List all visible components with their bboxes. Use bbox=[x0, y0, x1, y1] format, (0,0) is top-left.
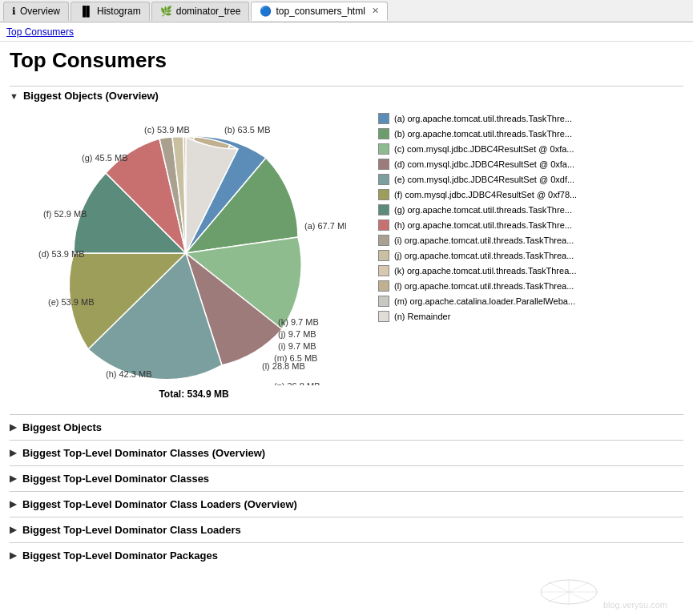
legend-color-g bbox=[378, 204, 389, 215]
legend-text-k: (k) org.apache.tomcat.util.threads.TaskT… bbox=[394, 266, 576, 276]
biggest-objects-arrow-icon: ▶ bbox=[10, 422, 16, 433]
pie-chart-svg: (b) 63.5 MB (c) 53.9 MB (a) 67.7 MB (e) … bbox=[26, 113, 346, 385]
main-content: Top Consumers ▼ Biggest Objects (Overvie… bbox=[0, 42, 693, 616]
label-c: (c) 53.9 MB bbox=[144, 125, 190, 135]
breadcrumb-link[interactable]: Top Consumers bbox=[6, 26, 74, 38]
label-h: (h) 42.3 MB bbox=[106, 369, 151, 379]
legend-text-g: (g) org.apache.tomcat.util.threads.TaskT… bbox=[394, 205, 572, 215]
legend-color-l bbox=[378, 280, 389, 292]
legend-text-d: (d) com.mysql.jdbc.JDBC4ResultSet @ 0xfa… bbox=[394, 159, 574, 169]
tab-histogram[interactable]: ▐▌ Histogram bbox=[71, 2, 150, 21]
label-a: (a) 67.7 MB bbox=[304, 221, 346, 231]
legend-item-b: (b) org.apache.tomcat.util.threads.TaskT… bbox=[378, 128, 683, 139]
legend-text-i: (i) org.apache.tomcat.util.threads.TaskT… bbox=[394, 236, 574, 245]
legend-item-a: (a) org.apache.tomcat.util.threads.TaskT… bbox=[378, 113, 683, 124]
biggest-top-level-dominator-packages-header[interactable]: ▶ Biggest Top-Level Dominator Packages bbox=[10, 547, 683, 564]
tab-dominator-tree[interactable]: 🌿 dominator_tree bbox=[151, 2, 250, 21]
biggest-top-level-dominator-packages-section: ▶ Biggest Top-Level Dominator Packages bbox=[10, 542, 683, 568]
biggest-top-level-dominator-class-loaders-overview-header[interactable]: ▶ Biggest Top-Level Dominator Class Load… bbox=[10, 496, 683, 513]
top-consumers-icon: 🔵 bbox=[260, 6, 272, 17]
legend-item-h: (h) org.apache.tomcat.util.threads.TaskT… bbox=[378, 219, 683, 231]
tab-overview-label: Overview bbox=[20, 6, 60, 17]
legend-text-n: (n) Remainder bbox=[394, 312, 450, 321]
biggest-objects-overview-label: Biggest Objects (Overview) bbox=[23, 90, 159, 102]
tab-top-consumers-label: top_consumers_html bbox=[276, 6, 365, 17]
biggest-objects-header[interactable]: ▶ Biggest Objects bbox=[10, 419, 683, 436]
legend-item-m: (m) org.apache.catalina.loader.ParallelW… bbox=[378, 296, 683, 307]
toggle-expand-icon: ▼ bbox=[10, 91, 18, 101]
legend-item-d: (d) com.mysql.jdbc.JDBC4ResultSet @ 0xfa… bbox=[378, 159, 683, 170]
histogram-icon: ▐▌ bbox=[79, 6, 93, 17]
btldp-label: Biggest Top-Level Dominator Packages bbox=[22, 550, 218, 562]
tab-top-consumers-close[interactable]: ✕ bbox=[372, 6, 379, 16]
legend-text-m: (m) org.apache.catalina.loader.ParallelW… bbox=[394, 296, 575, 306]
legend-item-g: (g) org.apache.tomcat.util.threads.TaskT… bbox=[378, 204, 683, 215]
label-j: (j) 9.7 MB bbox=[278, 329, 316, 339]
biggest-top-level-dominator-classes-header[interactable]: ▶ Biggest Top-Level Dominator Classes bbox=[10, 470, 683, 487]
legend-text-c: (c) com.mysql.jdbc.JDBC4ResultSet @ 0xfa… bbox=[394, 144, 574, 154]
btldc-arrow-icon: ▶ bbox=[10, 473, 16, 484]
biggest-top-level-dominator-classes-overview-header[interactable]: ▶ Biggest Top-Level Dominator Classes (O… bbox=[10, 445, 683, 461]
watermark-svg bbox=[537, 576, 601, 608]
tab-overview[interactable]: ℹ Overview bbox=[3, 2, 69, 21]
legend-color-d bbox=[378, 159, 389, 170]
btldclo-arrow-icon: ▶ bbox=[10, 499, 16, 509]
biggest-top-level-dominator-class-loaders-header[interactable]: ▶ Biggest Top-Level Dominator Class Load… bbox=[10, 521, 683, 538]
btldcl-label: Biggest Top-Level Dominator Class Loader… bbox=[22, 524, 241, 536]
legend-text-l: (l) org.apache.tomcat.util.threads.TaskT… bbox=[394, 281, 574, 291]
biggest-objects-overview-header[interactable]: ▼ Biggest Objects (Overview) bbox=[10, 86, 683, 105]
legend-color-j bbox=[378, 250, 389, 261]
tab-top-consumers[interactable]: 🔵 top_consumers_html ✕ bbox=[251, 2, 387, 21]
legend-color-e bbox=[378, 174, 389, 185]
legend-text-a: (a) org.apache.tomcat.util.threads.TaskT… bbox=[394, 114, 572, 123]
btldco-arrow-icon: ▶ bbox=[10, 448, 16, 458]
dominator-tree-icon: 🌿 bbox=[160, 6, 172, 17]
legend-color-h bbox=[378, 219, 389, 231]
btldp-arrow-icon: ▶ bbox=[10, 550, 16, 561]
chart-container: (b) 63.5 MB (c) 53.9 MB (a) 67.7 MB (e) … bbox=[10, 105, 683, 408]
label-g: (g) 45.5 MB bbox=[82, 153, 127, 163]
legend-color-f bbox=[378, 189, 389, 200]
legend-color-a bbox=[378, 113, 389, 124]
chart-legend: (a) org.apache.tomcat.util.threads.TaskT… bbox=[378, 113, 683, 326]
btldc-label: Biggest Top-Level Dominator Classes bbox=[22, 473, 209, 485]
legend-item-j: (j) org.apache.tomcat.util.threads.TaskT… bbox=[378, 250, 683, 261]
watermark-logo: blog.verysu.com bbox=[537, 576, 667, 610]
legend-color-c bbox=[378, 143, 389, 155]
legend-text-f: (f) com.mysql.jdbc.JDBC4ResultSet @ 0xf7… bbox=[394, 190, 577, 199]
biggest-top-level-dominator-classes-section: ▶ Biggest Top-Level Dominator Classes bbox=[10, 465, 683, 491]
total-label: Total: 534.9 MB bbox=[26, 389, 362, 400]
btldco-label: Biggest Top-Level Dominator Classes (Ove… bbox=[22, 447, 265, 459]
label-e: (e) 53.9 MB bbox=[48, 297, 94, 307]
label-d: (d) 53.9 MB bbox=[38, 249, 84, 259]
tab-dominator-tree-label: dominator_tree bbox=[176, 6, 241, 17]
legend-text-b: (b) org.apache.tomcat.util.threads.TaskT… bbox=[394, 129, 572, 139]
legend-item-n: (n) Remainder bbox=[378, 311, 683, 322]
legend-text-h: (h) org.apache.tomcat.util.threads.TaskT… bbox=[394, 220, 572, 230]
biggest-top-level-dominator-class-loaders-section: ▶ Biggest Top-Level Dominator Class Load… bbox=[10, 517, 683, 542]
legend-item-l: (l) org.apache.tomcat.util.threads.TaskT… bbox=[378, 280, 683, 292]
watermark-area: blog.verysu.com bbox=[10, 568, 683, 616]
legend-item-i: (i) org.apache.tomcat.util.threads.TaskT… bbox=[378, 235, 683, 246]
label-b: (b) 63.5 MB bbox=[224, 125, 270, 135]
btldcl-arrow-icon: ▶ bbox=[10, 525, 16, 535]
label-f: (f) 52.9 MB bbox=[43, 209, 87, 219]
legend-color-m bbox=[378, 296, 389, 307]
pie-chart-area: (b) 63.5 MB (c) 53.9 MB (a) 67.7 MB (e) … bbox=[26, 113, 362, 400]
biggest-top-level-dominator-class-loaders-overview-section: ▶ Biggest Top-Level Dominator Class Load… bbox=[10, 491, 683, 517]
legend-item-e: (e) com.mysql.jdbc.JDBC4ResultSet @ 0xdf… bbox=[378, 174, 683, 185]
label-n: (n) 36.8 MB bbox=[274, 381, 320, 385]
biggest-objects-section: ▶ Biggest Objects bbox=[10, 414, 683, 440]
btldclo-label: Biggest Top-Level Dominator Class Loader… bbox=[22, 498, 297, 510]
legend-text-e: (e) com.mysql.jdbc.JDBC4ResultSet @ 0xdf… bbox=[394, 175, 574, 184]
legend-item-c: (c) com.mysql.jdbc.JDBC4ResultSet @ 0xfa… bbox=[378, 143, 683, 155]
overview-icon: ℹ bbox=[12, 6, 16, 17]
breadcrumb-bar: Top Consumers bbox=[0, 22, 693, 42]
legend-text-j: (j) org.apache.tomcat.util.threads.TaskT… bbox=[394, 251, 574, 260]
legend-color-k bbox=[378, 265, 389, 276]
page-title: Top Consumers bbox=[10, 48, 683, 73]
label-i: (i) 9.7 MB bbox=[278, 341, 316, 351]
biggest-top-level-dominator-classes-overview-section: ▶ Biggest Top-Level Dominator Classes (O… bbox=[10, 440, 683, 465]
legend-color-b bbox=[378, 128, 389, 139]
tab-bar: ℹ Overview ▐▌ Histogram 🌿 dominator_tree… bbox=[0, 0, 693, 22]
